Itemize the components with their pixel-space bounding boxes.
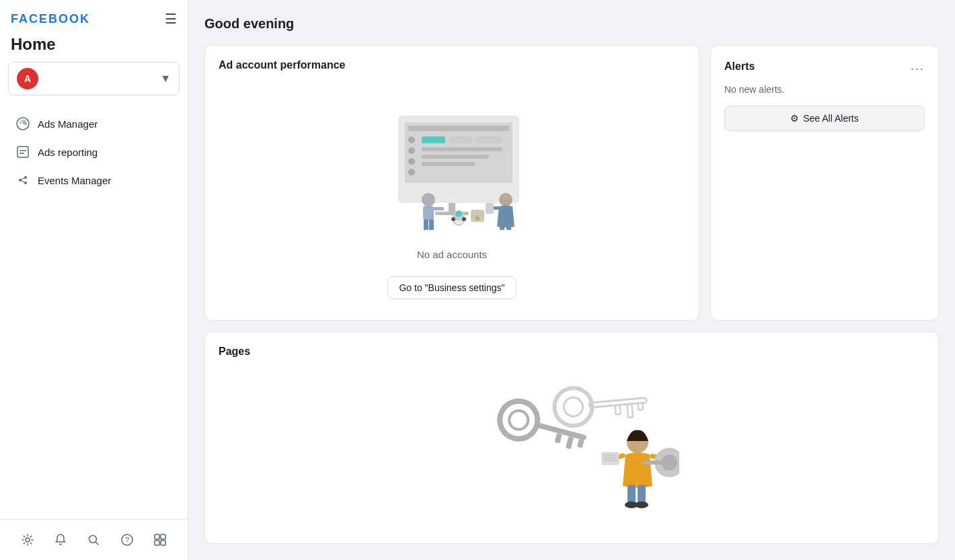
svg-line-11 — [96, 542, 99, 545]
hamburger-icon[interactable]: ☰ — [165, 11, 177, 27]
alerts-card: Alerts ... No new alerts. ⚙ See All Aler… — [710, 45, 939, 321]
content-row: Ad account performance — [204, 45, 939, 321]
svg-rect-55 — [555, 433, 562, 444]
svg-rect-62 — [627, 404, 633, 418]
chart-icon — [16, 117, 30, 130]
svg-rect-48 — [500, 225, 504, 230]
events-icon — [16, 173, 30, 187]
svg-point-46 — [475, 216, 480, 221]
sidebar-item-ads-manager-label: Ads Manager — [38, 118, 98, 130]
svg-rect-49 — [506, 225, 511, 230]
sidebar-item-ads-reporting[interactable]: Ads reporting — [5, 138, 182, 165]
svg-point-58 — [553, 387, 594, 428]
ad-account-action: Go to "Business settings" — [219, 276, 685, 299]
sidebar-item-ads-manager[interactable]: Ads Manager — [5, 110, 182, 137]
svg-rect-16 — [155, 541, 159, 545]
svg-rect-1 — [17, 147, 28, 157]
layout-icon[interactable] — [148, 528, 172, 552]
svg-point-6 — [24, 182, 27, 184]
svg-rect-29 — [422, 155, 489, 159]
svg-line-7 — [22, 178, 24, 179]
svg-point-22 — [408, 147, 415, 154]
svg-point-72 — [635, 502, 648, 508]
svg-rect-26 — [449, 136, 472, 143]
svg-rect-17 — [161, 541, 165, 545]
greeting: Good evening — [204, 16, 939, 32]
svg-point-42 — [455, 210, 462, 217]
alerts-header: Alerts ... — [724, 59, 925, 73]
svg-rect-27 — [475, 136, 502, 143]
svg-rect-25 — [422, 136, 445, 143]
ad-account-card-title: Ad account performance — [219, 59, 685, 71]
svg-point-5 — [24, 176, 27, 179]
svg-rect-37 — [432, 207, 444, 210]
main-content: Good evening Ad account performance — [188, 0, 955, 560]
sidebar-bottom: ? — [0, 519, 188, 560]
sidebar-header: FACEBOOK ☰ — [0, 0, 188, 32]
gear-icon: ⚙ — [790, 113, 799, 124]
alerts-title: Alerts — [724, 61, 755, 73]
svg-text:?: ? — [125, 536, 129, 544]
svg-rect-15 — [161, 534, 165, 539]
svg-point-4 — [19, 179, 22, 182]
svg-point-47 — [499, 193, 512, 206]
pages-card-title: Pages — [219, 346, 925, 358]
report-icon — [16, 145, 30, 159]
svg-point-24 — [408, 169, 415, 175]
svg-rect-36 — [429, 219, 434, 230]
svg-rect-61 — [615, 405, 621, 415]
svg-point-9 — [26, 538, 30, 542]
facebook-logo: FACEBOOK — [11, 12, 90, 26]
alerts-empty-text: No new alerts. — [724, 84, 925, 95]
notifications-icon[interactable] — [48, 528, 73, 552]
chevron-down-icon: ▼ — [160, 73, 171, 85]
sidebar-title: Home — [0, 32, 188, 62]
svg-point-33 — [422, 193, 435, 206]
pages-card: Pages — [204, 331, 939, 544]
svg-rect-67 — [603, 454, 617, 462]
svg-point-59 — [563, 397, 583, 417]
svg-rect-51 — [486, 203, 494, 214]
svg-line-8 — [22, 181, 24, 182]
nav-items: Ads Manager Ads reporting — [0, 106, 188, 519]
account-selector[interactable]: A ▼ — [8, 62, 180, 95]
see-all-alerts-button[interactable]: ⚙ See All Alerts — [724, 106, 925, 131]
alerts-menu-icon[interactable]: ... — [911, 59, 925, 73]
svg-rect-35 — [424, 219, 428, 230]
pages-illustration — [219, 368, 925, 530]
sidebar: FACEBOOK ☰ Home A ▼ Ads Manager — [0, 0, 188, 560]
svg-rect-19 — [405, 122, 512, 183]
sidebar-item-ads-reporting-label: Ads reporting — [38, 147, 98, 158]
svg-point-40 — [451, 217, 455, 221]
svg-point-21 — [408, 136, 415, 143]
sidebar-item-events-manager[interactable]: Events Manager — [5, 167, 182, 194]
svg-rect-56 — [566, 436, 574, 449]
svg-rect-57 — [577, 439, 584, 448]
svg-point-23 — [408, 158, 415, 165]
svg-rect-75 — [642, 461, 671, 465]
settings-icon[interactable] — [15, 528, 40, 552]
help-icon[interactable]: ? — [115, 528, 139, 552]
svg-point-41 — [462, 217, 466, 221]
svg-point-53 — [507, 409, 530, 432]
ad-account-illustration — [219, 82, 685, 243]
svg-rect-14 — [155, 534, 159, 539]
ad-account-empty-text: No ad accounts — [219, 249, 685, 260]
svg-rect-20 — [408, 126, 509, 131]
avatar: A — [17, 68, 38, 89]
svg-rect-28 — [422, 147, 502, 151]
ad-account-card: Ad account performance — [204, 45, 699, 321]
business-settings-button[interactable]: Go to "Business settings" — [387, 276, 516, 299]
sidebar-item-events-manager-label: Events Manager — [38, 175, 111, 186]
see-all-alerts-label: See All Alerts — [803, 113, 859, 124]
svg-rect-30 — [422, 162, 475, 166]
svg-point-52 — [496, 397, 542, 443]
search-icon[interactable] — [81, 528, 106, 552]
